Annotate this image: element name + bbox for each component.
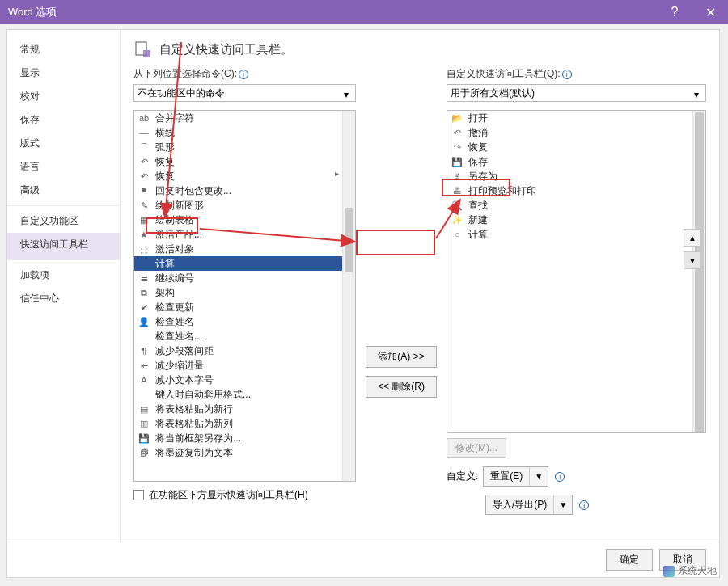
sidebar-item-advanced[interactable]: 高级 xyxy=(7,179,120,206)
list-item-label: 恢复 xyxy=(468,141,488,154)
list-item-label: 撤消 xyxy=(468,126,488,140)
list-item[interactable]: 检查姓名... xyxy=(134,329,342,344)
scrollbar-thumb[interactable] xyxy=(345,208,353,272)
list-item-label: 查找 xyxy=(468,199,488,213)
scrollbar[interactable] xyxy=(692,111,705,432)
cmd-item-icon: ★ xyxy=(138,228,150,241)
modify-button[interactable]: 修改(M)... xyxy=(447,438,506,458)
list-item-label: 将表格粘贴为新行 xyxy=(155,403,233,416)
scrollbar-thumb[interactable] xyxy=(695,112,704,432)
list-item[interactable]: ✔检查更新 xyxy=(134,300,342,314)
info-icon[interactable]: i xyxy=(579,500,589,510)
sidebar-item-general[interactable]: 常规 xyxy=(7,38,120,61)
list-item-label: 恢复 xyxy=(155,155,175,169)
show-below-ribbon-checkbox[interactable] xyxy=(133,490,144,500)
list-item[interactable]: 🔍查找 xyxy=(447,198,705,213)
list-item[interactable]: ¶减少段落间距 xyxy=(134,344,342,358)
list-item[interactable]: ▤将表格粘贴为新行 xyxy=(134,402,342,416)
list-item-label: 减少缩进量 xyxy=(155,359,204,373)
list-item[interactable]: ab合并字符 xyxy=(134,111,342,125)
sidebar-item-customize-ribbon[interactable]: 自定义功能区 xyxy=(7,209,120,233)
sidebar: 常规 显示 校对 保存 版式 语言 高级 自定义功能区 快速访问工具栏 加载项 … xyxy=(7,30,121,542)
list-item[interactable]: ○计算 xyxy=(447,227,705,242)
list-item[interactable]: ✎绘制新图形 xyxy=(134,198,342,213)
commands-from-value: 不在功能区中的命令 xyxy=(138,86,225,100)
sidebar-item-layout[interactable]: 版式 xyxy=(7,132,120,155)
list-item[interactable]: ⌒弧形 xyxy=(134,140,342,154)
close-button[interactable]: ✕ xyxy=(692,0,728,24)
move-up-button[interactable]: ▲ xyxy=(684,229,701,247)
list-item[interactable]: —横线 xyxy=(134,125,342,140)
list-item[interactable]: ↷恢复 xyxy=(447,140,705,154)
list-item-label: 合并字符 xyxy=(155,112,194,125)
dialog-footer: 确定 取消 xyxy=(7,542,719,577)
list-item[interactable]: ⧉架构 xyxy=(134,285,342,300)
reset-button[interactable]: 重置(E)▼ xyxy=(483,466,548,487)
help-button[interactable]: ? xyxy=(657,0,692,24)
list-item[interactable]: 计算 xyxy=(134,256,342,271)
cmd-item-icon: ⌒ xyxy=(138,141,150,154)
cmd-item-icon: — xyxy=(138,126,150,139)
info-icon[interactable]: i xyxy=(562,70,572,79)
svg-rect-1 xyxy=(143,50,150,57)
commands-from-dropdown[interactable]: 不在功能区中的命令 ▾ xyxy=(133,84,356,102)
list-item[interactable]: 🖶打印预览和打印 xyxy=(447,183,705,198)
quick-access-icon xyxy=(133,40,153,59)
cmd-item-icon: ↶ xyxy=(138,155,150,168)
info-icon[interactable]: i xyxy=(239,70,248,79)
list-item[interactable]: 📂打开 xyxy=(447,111,705,125)
list-item[interactable]: ≣继续编号 xyxy=(134,271,342,285)
list-item[interactable]: ↶撤消 xyxy=(447,125,705,140)
qat-item-icon: ✨ xyxy=(451,213,463,226)
watermark: 系统天地 xyxy=(663,564,717,578)
cmd-item-icon: ↶ xyxy=(138,170,150,183)
list-item[interactable]: 键入时自动套用格式... xyxy=(134,387,342,402)
list-item-label: 新建 xyxy=(468,213,488,227)
list-item[interactable]: A减小文本字号 xyxy=(134,373,342,387)
cmd-item-icon: ¶ xyxy=(138,344,150,357)
remove-button[interactable]: << 删除(R) xyxy=(366,376,437,398)
list-item[interactable]: ⇤减少缩进量 xyxy=(134,358,342,373)
list-item[interactable]: ✨新建 xyxy=(447,213,705,227)
list-item[interactable]: ▦绘制表格 xyxy=(134,213,342,227)
sidebar-item-language[interactable]: 语言 xyxy=(7,155,120,179)
cmd-item-icon xyxy=(138,330,150,343)
chevron-down-icon: ▾ xyxy=(344,89,352,97)
list-item[interactable]: 💾将当前框架另存为... xyxy=(134,431,342,445)
sidebar-item-trust-center[interactable]: 信任中心 xyxy=(7,287,120,310)
qat-item-icon: ↶ xyxy=(451,126,463,139)
available-commands-list[interactable]: ab合并字符—横线⌒弧形↶恢复↶恢复⚑回复时包含更改...✎绘制新图形▦绘制表格… xyxy=(133,110,356,482)
watermark-logo-icon xyxy=(663,566,675,577)
list-item[interactable]: ↶恢复 xyxy=(134,169,342,183)
list-item[interactable]: ⬚激活对象 xyxy=(134,242,342,256)
qat-commands-list[interactable]: 📂打开↶撤消↷恢复💾保存🗎另存为🖶打印预览和打印🔍查找✨新建○计算 xyxy=(447,110,706,433)
cmd-item-icon: ⧉ xyxy=(138,286,150,299)
page-heading: 自定义快速访问工具栏。 xyxy=(159,42,293,57)
list-item[interactable]: 🗐将墨迹复制为文本 xyxy=(134,445,342,460)
scrollbar[interactable] xyxy=(342,111,355,481)
sidebar-item-display[interactable]: 显示 xyxy=(7,61,120,85)
cmd-item-icon: ✔ xyxy=(138,301,150,314)
list-item-label: 打印预览和打印 xyxy=(468,184,536,198)
list-item[interactable]: 💾保存 xyxy=(447,154,705,169)
info-icon[interactable]: i xyxy=(555,472,565,482)
list-item[interactable]: ★激活产品... xyxy=(134,227,342,242)
list-item[interactable]: 👤检查姓名 xyxy=(134,314,342,329)
move-down-button[interactable]: ▼ xyxy=(684,251,701,269)
sidebar-item-addins[interactable]: 加载项 xyxy=(7,263,120,287)
qat-target-dropdown[interactable]: 用于所有文档(默认) ▾ xyxy=(447,84,706,102)
list-item[interactable]: ▥将表格粘贴为新列 xyxy=(134,416,342,431)
cmd-item-icon: ▤ xyxy=(138,403,150,415)
list-item[interactable]: ⚑回复时包含更改... xyxy=(134,183,342,198)
add-button[interactable]: 添加(A) >> xyxy=(366,346,437,368)
list-item[interactable]: 🗎另存为 xyxy=(447,169,705,183)
qat-item-icon: 🗎 xyxy=(451,170,463,183)
sidebar-item-save[interactable]: 保存 xyxy=(7,108,120,132)
list-item-label: 将当前框架另存为... xyxy=(155,432,241,445)
import-export-button[interactable]: 导入/导出(P)▼ xyxy=(485,495,573,515)
sidebar-item-quick-access[interactable]: 快速访问工具栏 xyxy=(7,233,120,260)
list-item[interactable]: ↶恢复 xyxy=(134,154,342,169)
list-item-label: 继续编号 xyxy=(155,272,194,285)
ok-button[interactable]: 确定 xyxy=(606,549,653,571)
sidebar-item-proofing[interactable]: 校对 xyxy=(7,85,120,108)
